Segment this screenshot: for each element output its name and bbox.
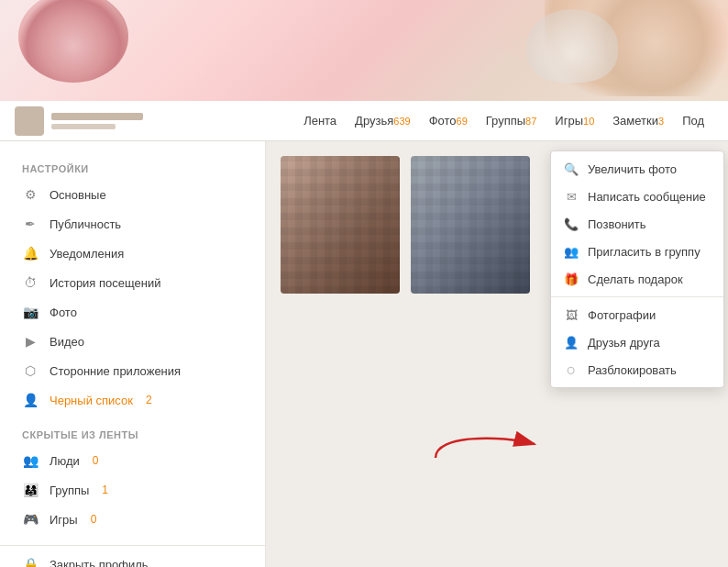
friend-card-2[interactable] bbox=[411, 156, 530, 294]
sidebar-item-games[interactable]: 🎮 Игры 0 bbox=[0, 505, 265, 534]
bell-icon: 🔔 bbox=[22, 245, 39, 261]
phone-icon: 📞 bbox=[564, 217, 579, 231]
sidebar-item-basic-label: Основные bbox=[50, 188, 106, 202]
message-icon: ✉ bbox=[564, 189, 579, 204]
nav-username-bar1 bbox=[51, 113, 143, 120]
sidebar-item-groups[interactable]: 👨‍👩‍👧 Группы 1 bbox=[0, 475, 265, 505]
sidebar-item-basic[interactable]: ⚙ Основные bbox=[0, 180, 265, 209]
nav-user-info bbox=[15, 106, 198, 136]
context-menu-divider bbox=[551, 296, 723, 297]
sidebar-section-settings-title: НАСТРОЙКИ bbox=[0, 156, 265, 180]
people-badge: 0 bbox=[93, 454, 99, 467]
context-menu-photos-label: Фотографии bbox=[588, 308, 656, 322]
video-icon: ▶ bbox=[22, 333, 39, 350]
context-menu-unblock-label: Разблокировать bbox=[588, 363, 677, 377]
nav-username-block bbox=[51, 113, 143, 129]
nav-link-friends[interactable]: Друзья 639 bbox=[346, 101, 420, 141]
nav-username-bar2 bbox=[51, 124, 116, 129]
sidebar-item-close-profile[interactable]: 🔒 Закрыть профиль bbox=[0, 550, 265, 567]
flower-decoration-left bbox=[18, 0, 128, 83]
context-menu-unblock[interactable]: ○ Разблокировать bbox=[551, 356, 723, 384]
sidebar-item-apps-label: Сторонние приложения bbox=[50, 364, 181, 378]
context-menu-send-message-label: Написать сообщение bbox=[588, 190, 706, 204]
photos-icon: 🖼 bbox=[564, 307, 579, 322]
sidebar-item-blacklist-label: Черный список bbox=[50, 394, 133, 407]
sidebar-item-publicity-label: Публичность bbox=[50, 217, 121, 231]
blacklist-badge: 2 bbox=[146, 394, 152, 406]
context-menu-give-gift[interactable]: 🎁 Сделать подарок bbox=[551, 265, 723, 293]
context-menu-invite-group-label: Пригласить в группу bbox=[588, 245, 700, 259]
pixelated-overlay-2 bbox=[411, 156, 530, 294]
games-badge: 0 bbox=[91, 513, 97, 526]
swan-decoration bbox=[526, 9, 618, 83]
sidebar-item-blacklist[interactable]: 👤 Черный список 2 bbox=[0, 385, 265, 415]
sidebar-item-photo[interactable]: 📷 Фото bbox=[0, 297, 265, 327]
context-menu-call[interactable]: 📞 Позвонить bbox=[551, 210, 723, 238]
sidebar-item-people[interactable]: 👥 Люди 0 bbox=[0, 446, 265, 475]
nav-link-photos[interactable]: Фото 69 bbox=[420, 101, 477, 141]
friends-of-friend-icon: 👤 bbox=[564, 335, 579, 350]
context-menu-photos[interactable]: 🖼 Фотографии bbox=[551, 301, 723, 328]
nav-avatar bbox=[15, 106, 44, 136]
context-menu-invite-group[interactable]: 👥 Пригласить в группу bbox=[551, 238, 723, 265]
sidebar-item-notifications-label: Уведомления bbox=[50, 247, 124, 261]
unblock-icon: ○ bbox=[564, 362, 579, 377]
sidebar-item-close-profile-label: Закрыть профиль bbox=[50, 558, 149, 568]
context-menu-friends-of-friend[interactable]: 👤 Друзья друга bbox=[551, 328, 723, 356]
sidebar-section-hidden-title: СКРЫТЫЕ ИЗ ЛЕНТЫ bbox=[0, 422, 265, 446]
nav-link-more[interactable]: Под bbox=[673, 101, 713, 141]
gear-icon: ⚙ bbox=[22, 186, 39, 203]
nav-links: Лента Друзья 639 Фото 69 Группы 87 Игры … bbox=[294, 101, 713, 141]
friend-card-1[interactable] bbox=[281, 156, 400, 294]
clock-icon: ⏱ bbox=[22, 274, 39, 291]
main-content: НАСТРОЙКИ ⚙ Основные ✒ Публичность 🔔 Уве… bbox=[0, 141, 728, 567]
blacklist-icon: 👤 bbox=[22, 392, 39, 408]
context-menu: 🔍 Увеличить фото ✉ Написать сообщение 📞 … bbox=[550, 150, 724, 388]
sidebar-item-games-label: Игры bbox=[50, 513, 78, 527]
people-icon: 👥 bbox=[22, 452, 39, 469]
nav-link-groups[interactable]: Группы 87 bbox=[477, 101, 546, 141]
arrow-indicator bbox=[426, 426, 546, 462]
nav-link-feed[interactable]: Лента bbox=[294, 101, 346, 141]
pen-icon: ✒ bbox=[22, 216, 39, 232]
camera-icon: 📷 bbox=[22, 304, 39, 320]
profile-banner bbox=[0, 0, 728, 101]
groups-badge: 1 bbox=[102, 484, 108, 496]
context-menu-friends-of-friend-label: Друзья друга bbox=[588, 336, 660, 350]
context-menu-give-gift-label: Сделать подарок bbox=[588, 272, 683, 286]
arrow-svg bbox=[426, 426, 546, 462]
content-area: 🔍 Увеличить фото ✉ Написать сообщение 📞 … bbox=[266, 141, 728, 567]
invite-group-icon: 👥 bbox=[564, 244, 579, 259]
sidebar-item-photo-label: Фото bbox=[50, 306, 77, 319]
sidebar-item-history-label: История посещений bbox=[50, 276, 161, 290]
context-menu-zoom-photo-label: Увеличить фото bbox=[588, 162, 677, 176]
sidebar-item-people-label: Люди bbox=[50, 454, 80, 468]
nav-bar: Лента Друзья 639 Фото 69 Группы 87 Игры … bbox=[0, 101, 728, 141]
apps-icon: ⬡ bbox=[22, 362, 39, 379]
sidebar-item-video[interactable]: ▶ Видео bbox=[0, 327, 265, 356]
groups-icon: 👨‍👩‍👧 bbox=[22, 482, 39, 498]
lock-icon: 🔒 bbox=[22, 556, 39, 567]
gift-icon: 🎁 bbox=[564, 272, 579, 286]
sidebar-divider bbox=[0, 545, 265, 546]
sidebar: НАСТРОЙКИ ⚙ Основные ✒ Публичность 🔔 Уве… bbox=[0, 141, 266, 567]
context-menu-zoom-photo[interactable]: 🔍 Увеличить фото bbox=[551, 155, 723, 183]
sidebar-item-groups-label: Группы bbox=[50, 484, 89, 497]
context-menu-send-message[interactable]: ✉ Написать сообщение bbox=[551, 183, 723, 210]
zoom-icon: 🔍 bbox=[564, 161, 579, 176]
nav-link-games[interactable]: Игры 10 bbox=[546, 101, 603, 141]
nav-link-notes[interactable]: Заметки 3 bbox=[603, 101, 673, 141]
sidebar-item-notifications[interactable]: 🔔 Уведомления bbox=[0, 239, 265, 268]
sidebar-item-video-label: Видео bbox=[50, 335, 84, 349]
sidebar-item-publicity[interactable]: ✒ Публичность bbox=[0, 209, 265, 239]
pixelated-overlay-1 bbox=[281, 156, 400, 294]
context-menu-call-label: Позвонить bbox=[588, 217, 646, 231]
games-icon: 🎮 bbox=[22, 511, 39, 528]
sidebar-item-history[interactable]: ⏱ История посещений bbox=[0, 268, 265, 297]
sidebar-item-apps[interactable]: ⬡ Сторонние приложения bbox=[0, 356, 265, 385]
